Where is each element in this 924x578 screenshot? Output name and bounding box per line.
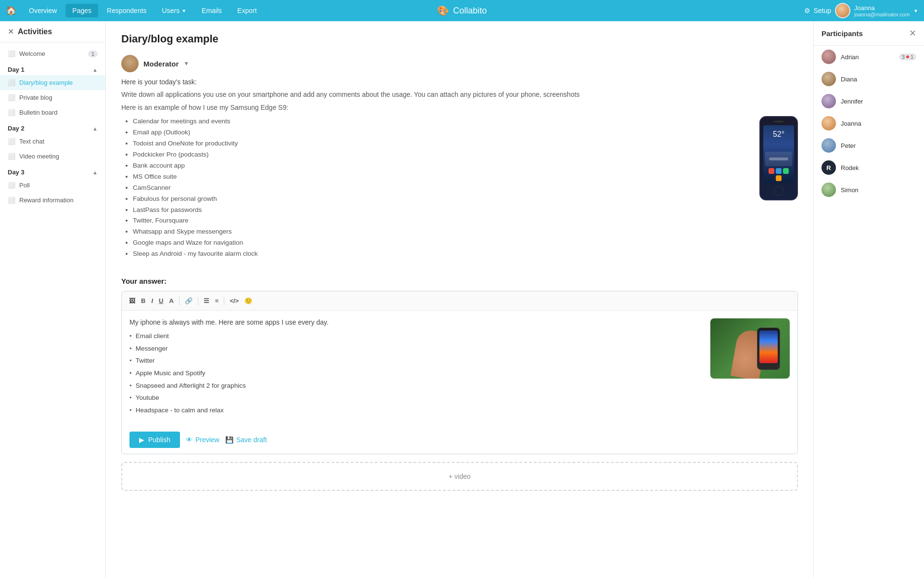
welcome-icon: ⬜ [8,50,15,57]
moderator-bar: Moderator ▼ [121,55,798,72]
sidebar-close-icon[interactable]: ✕ [8,27,14,36]
participant-item-rodek[interactable]: R Rodek [814,157,924,179]
participant-name-peter: Peter [841,142,916,149]
user-details: Joanna joanna@mailinator.com [854,4,910,17]
main-content: Diary/blog example Moderator ▼ Here is y… [106,21,813,578]
poll-icon: ⬜ [8,182,15,189]
nav-pages[interactable]: Pages [65,4,98,17]
participant-name-adrian: Adrian [841,53,894,61]
setup-button[interactable]: ⚙ Setup [804,7,831,14]
list-item: Email app (Outlook) [133,127,750,138]
day2-chevron: ▲ [92,126,98,131]
participant-name-jennifer: Jennifer [841,98,916,105]
user-info[interactable]: Joanna joanna@mailinator.com ▼ [835,3,918,18]
participant-avatar-jennifer [821,94,836,108]
nav-export[interactable]: Export [231,4,263,17]
editor-intro-text: My iphone is always with me. Here are so… [129,318,703,326]
toolbar-underline-btn[interactable]: U [156,295,166,306]
phone-image-container: 52° [759,116,798,267]
nav-users[interactable]: Users ▼ [155,4,193,17]
editor-text-area: My iphone is always with me. Here are so… [129,318,703,418]
toolbar-emoji-btn[interactable]: 🙂 [242,295,255,306]
list-item: Whatsapp and Skype messengers [133,226,750,237]
body-layout: ✕ Activities ⬜ Welcome 1 Day 1 ▲ ⬜ Diary… [0,21,924,578]
list-item: Fabulous for personal growth [133,194,750,205]
answer-item: Email client [129,330,703,342]
participant-name-rodek: Rodek [841,164,916,171]
sidebar-item-welcome[interactable]: ⬜ Welcome 1 [0,46,105,61]
answer-editor[interactable]: 🖼 B I U A 🔗 ☰ ≡ </> 🙂 My iphone is alway… [121,291,798,454]
task-intro: Here is your today's task: [121,78,798,86]
answer-item: Youtube [129,392,703,404]
participants-panel: Participants ✕ Adrian 3 1 Diana Jennifer [813,21,924,578]
editor-body[interactable]: My iphone is always with me. Here are so… [122,311,797,426]
toolbar-separator-1 [179,297,180,305]
participant-item-adrian[interactable]: Adrian 3 1 [814,46,924,68]
editor-content: My iphone is always with me. Here are so… [129,318,790,418]
toolbar-image-btn[interactable]: 🖼 [127,295,138,306]
nav-overview[interactable]: Overview [22,4,64,17]
day1-header[interactable]: Day 1 ▲ [0,61,105,75]
sidebar-item-reward[interactable]: ⬜ Reward information [0,193,105,208]
participants-close-icon[interactable]: ✕ [909,28,916,39]
answer-item: Headspace - to calm and relax [129,404,703,417]
answer-item: Apple Music and Spotify [129,367,703,380]
day2-header[interactable]: Day 2 ▲ [0,120,105,134]
home-icon[interactable]: 🏠 [6,5,16,16]
sidebar-item-poll[interactable]: ⬜ Poll [0,178,105,193]
toolbar-numbered-list-btn[interactable]: ≡ [213,295,221,306]
list-item: MS Office suite [133,171,750,183]
publish-icon: ▶ [139,436,144,444]
brand-center: 🎨 Collabito [437,5,487,16]
toolbar-italic-btn[interactable]: I [149,295,155,306]
participant-item-peter[interactable]: Peter [814,134,924,157]
day3-header[interactable]: Day 3 ▲ [0,164,105,178]
participant-item-jennifer[interactable]: Jennifer [814,90,924,112]
nav-emails[interactable]: Emails [195,4,229,17]
sidebar-content: ⬜ Welcome 1 Day 1 ▲ ⬜ Diary/blog example… [0,42,105,578]
participant-item-joanna[interactable]: Joanna [814,112,924,134]
publish-button[interactable]: ▶ Publish [129,432,180,448]
private-blog-icon: ⬜ [8,94,15,101]
content-area: Calendar for meetings and events Email a… [121,116,798,267]
diary-icon: ⬜ [8,79,15,86]
list-item: LastPass for passwords [133,205,750,216]
nav-respondents[interactable]: Respondents [100,4,154,17]
save-draft-button[interactable]: 💾 Save draft [225,436,267,444]
sidebar-header[interactable]: ✕ Activities [0,21,105,42]
toolbar-bold-btn[interactable]: B [139,295,148,306]
reward-icon: ⬜ [8,197,15,204]
phone-temp-display: 52° [773,130,784,139]
answer-item: Snapseed and Afterlight 2 for graphics [129,380,703,392]
phone-speaker [774,121,783,122]
toolbar-color-btn[interactable]: A [167,295,176,306]
participant-name-joanna: Joanna [841,120,916,127]
toolbar-link-btn[interactable]: 🔗 [182,295,195,306]
toolbar-bullet-list-btn[interactable]: ☰ [201,295,212,306]
toolbar-code-btn[interactable]: </> [227,295,241,306]
sidebar-item-text-chat[interactable]: ⬜ Text chat [0,134,105,149]
list-item: Calendar for meetings and events [133,116,750,127]
sidebar-item-private-blog[interactable]: ⬜ Private blog [0,90,105,105]
participant-dot-adrian [906,55,909,58]
moderator-dropdown-icon[interactable]: ▼ [183,60,189,67]
welcome-count: 1 [88,51,98,57]
bullet-list-container: Calendar for meetings and events Email a… [121,116,750,267]
participant-item-diana[interactable]: Diana [814,68,924,90]
participant-avatar-peter [821,138,836,153]
text-chat-icon: ⬜ [8,138,15,145]
list-item: Twitter, Foursquare [133,215,750,226]
preview-button[interactable]: 👁 Preview [186,436,219,444]
participants-header: Participants ✕ [814,21,924,46]
sidebar-item-bulletin-board[interactable]: ⬜ Bulletin board [0,105,105,120]
participant-item-simon[interactable]: Simon [814,179,924,201]
video-add-box[interactable]: + video [121,462,798,491]
sidebar-item-diary[interactable]: ⬜ Diary/blog example [0,75,105,90]
moderator-name: Moderator [143,60,179,68]
sidebar-item-video-meeting[interactable]: ⬜ Video meeting [0,149,105,164]
participant-avatar-rodek: R [821,160,836,175]
participant-avatar-diana [821,72,836,86]
editor-toolbar: 🖼 B I U A 🔗 ☰ ≡ </> 🙂 [122,291,797,311]
bulletin-icon: ⬜ [8,109,15,116]
list-item: Podckicker Pro (podcasts) [133,149,750,160]
